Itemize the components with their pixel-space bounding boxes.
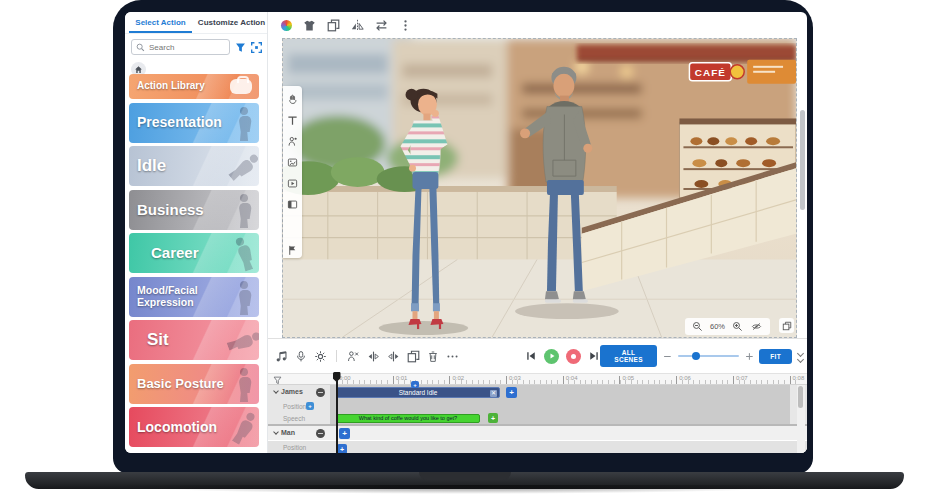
trim-end-icon[interactable] (387, 350, 400, 363)
card-label: Basic Posture (129, 377, 224, 391)
more-tools-icon[interactable] (446, 350, 459, 363)
skip-to-start-icon[interactable] (525, 350, 537, 362)
action-card-mood-facial[interactable]: Mood/Facial Expression (129, 277, 259, 317)
flag-icon[interactable] (287, 244, 298, 256)
character-silhouette (229, 235, 259, 273)
cafe-sign-text: CAFÉ (695, 67, 726, 78)
image-icon[interactable] (287, 157, 298, 168)
duplicate-clip-icon[interactable] (407, 350, 420, 363)
timeline-ruler[interactable]: 0:00 0:01 0:02 0:03 0:04 0:05 0:06 0:07 … (268, 373, 807, 385)
library-bag-icon (230, 79, 252, 94)
add-speech-button[interactable]: + (488, 413, 498, 423)
filter-icon[interactable] (235, 42, 246, 53)
laptop-notch (419, 472, 511, 480)
timeline-scrollbar-thumb[interactable] (798, 386, 803, 408)
clip-close-icon[interactable]: ✕ (490, 390, 497, 397)
speech-clip-label: What kind of coffe would you like to get… (359, 415, 457, 421)
character-silhouette (227, 408, 259, 447)
tab-customize-action[interactable]: Customize Action (196, 12, 267, 33)
search-input[interactable] (149, 43, 219, 52)
ruler-label: 0:06 (679, 375, 691, 381)
trim-start-icon[interactable] (367, 350, 380, 363)
microphone-icon[interactable] (295, 350, 307, 363)
record-button[interactable] (566, 349, 581, 364)
character-silhouette (234, 368, 254, 402)
expand-icon[interactable] (251, 42, 262, 53)
zoom-minus-icon[interactable] (663, 352, 672, 361)
color-tool-icon[interactable] (281, 20, 292, 31)
card-label: Idle (129, 157, 166, 175)
add-action-button[interactable]: + (506, 387, 517, 398)
action-clip[interactable]: Standard Idle ✕ (336, 387, 500, 398)
character-icon[interactable] (287, 136, 298, 147)
card-label: Sit (139, 331, 169, 349)
keyframe-marker[interactable]: + (411, 381, 419, 388)
effects-icon[interactable] (314, 350, 327, 363)
record-icon (571, 354, 576, 359)
collapse-timeline-button[interactable] (798, 351, 803, 362)
remove-character-icon[interactable] (346, 350, 360, 363)
duplicate-stage-button[interactable] (779, 318, 794, 333)
action-card-sit[interactable]: Sit (129, 320, 259, 360)
zoom-out-icon[interactable] (692, 321, 703, 332)
chevron-down-icon (797, 355, 804, 362)
man-track-options-button[interactable] (316, 429, 325, 438)
action-clip-label: Standard Idle (399, 389, 438, 396)
play-button[interactable] (544, 349, 559, 364)
action-card-presentation[interactable]: Presentation (129, 103, 259, 143)
fit-button[interactable]: FIT (759, 349, 792, 364)
action-card-business[interactable]: Business (129, 190, 259, 230)
character-silhouette (234, 194, 254, 228)
action-sidebar: Select Action Customize Action (125, 12, 268, 453)
app-window: Select Action Customize Action (125, 12, 807, 453)
layout-panels-icon[interactable] (287, 199, 298, 210)
timeline-zoom-slider[interactable] (678, 355, 739, 357)
viewport-scrollbar[interactable] (800, 110, 805, 210)
track-filter-icon[interactable] (273, 376, 282, 385)
ruler-label: 0:07 (736, 375, 748, 381)
media-icon[interactable] (287, 178, 298, 189)
cafe-scene: CAFÉ (283, 39, 796, 337)
duplicate-stage-icon (782, 321, 792, 331)
delete-icon[interactable] (427, 350, 439, 363)
viewport-tool-strip (283, 86, 302, 258)
swap-icon[interactable] (375, 19, 388, 32)
hide-eye-icon[interactable] (750, 321, 763, 332)
all-scenes-button[interactable]: ALL SCENES (600, 345, 657, 367)
add-man-position-button[interactable]: + (337, 444, 347, 453)
flip-horizontal-icon[interactable] (351, 19, 364, 32)
speech-clip[interactable]: What kind of coffe would you like to get… (336, 414, 480, 423)
search-box[interactable] (131, 39, 230, 55)
james-track-options-button[interactable] (316, 388, 325, 397)
music-icon[interactable] (275, 350, 288, 363)
stage-viewport[interactable]: CAFÉ (282, 38, 797, 338)
stage-toolbar (268, 12, 807, 38)
playhead-line[interactable] (336, 373, 338, 453)
action-card-locomotion[interactable]: Locomotion (129, 407, 259, 447)
track-james[interactable]: James (274, 388, 303, 395)
pan-hand-icon[interactable] (287, 93, 298, 105)
zoom-in-icon[interactable] (732, 321, 743, 332)
action-card-idle[interactable]: Idle (129, 146, 259, 186)
zoom-plus-icon[interactable] (745, 352, 754, 361)
add-position-keyframe-button[interactable]: + (306, 402, 314, 410)
home-icon (134, 65, 143, 74)
zoom-level: 60% (710, 322, 725, 331)
card-label: Career (143, 245, 199, 261)
action-card-career[interactable]: Career (129, 233, 259, 273)
tab-select-action[interactable]: Select Action (125, 12, 196, 33)
action-card-library[interactable]: Action Library (129, 74, 259, 99)
track-man[interactable]: Man (274, 429, 295, 436)
text-icon[interactable] (287, 115, 298, 126)
duplicate-icon[interactable] (327, 19, 340, 32)
card-label: Mood/Facial Expression (129, 285, 215, 307)
toolbar-separator (336, 350, 337, 362)
main-area: CAFÉ (268, 12, 807, 453)
skip-to-end-icon[interactable] (588, 350, 600, 362)
slider-knob[interactable] (692, 352, 700, 360)
action-card-basic-posture[interactable]: Basic Posture (129, 364, 259, 404)
card-label: Business (129, 202, 204, 218)
more-options-icon[interactable] (399, 19, 412, 32)
outfit-icon[interactable] (303, 19, 316, 32)
add-man-action-button[interactable]: + (339, 428, 350, 439)
